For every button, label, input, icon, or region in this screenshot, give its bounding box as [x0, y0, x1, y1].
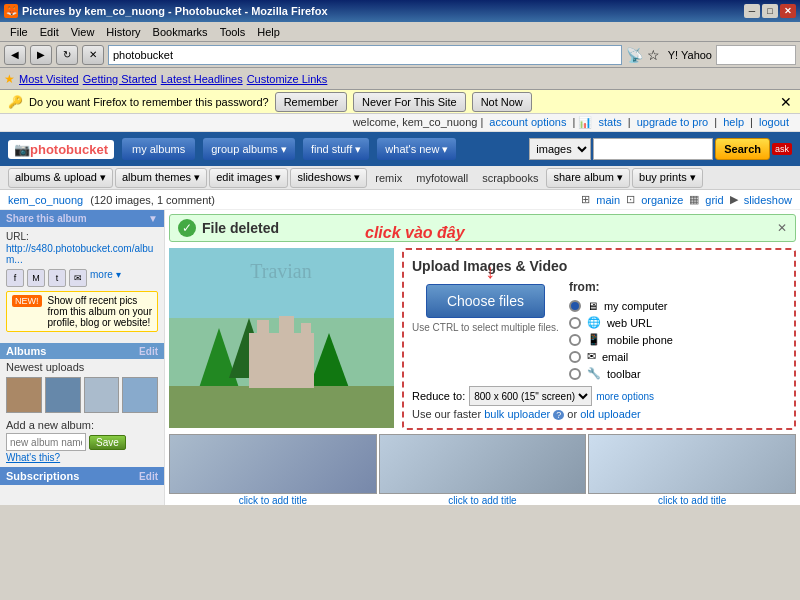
share-album-collapse-icon[interactable]: ▼	[148, 213, 158, 224]
radio-mobile[interactable]	[569, 334, 581, 346]
or-text: or	[567, 408, 580, 420]
passbar-close-icon[interactable]: ✕	[780, 94, 792, 110]
bookmark-getting-started[interactable]: Getting Started	[83, 73, 157, 85]
save-album-button[interactable]: Save	[89, 435, 126, 450]
radio-computer[interactable]	[569, 300, 581, 312]
bookmark-star-icon[interactable]: ☆	[647, 47, 660, 63]
thumb-caption-3[interactable]: click to add title	[588, 495, 796, 505]
address-input[interactable]	[108, 45, 622, 65]
grid-view-link[interactable]: grid	[705, 194, 723, 206]
bottom-thumb-3: click to add title edit | move | share |…	[588, 434, 796, 505]
thumb-img-3[interactable]	[588, 434, 796, 494]
find-stuff-button[interactable]: find stuff ▾	[303, 138, 369, 160]
albums-edit-link[interactable]: Edit	[139, 346, 158, 357]
toolbar-search-input[interactable]	[716, 45, 796, 65]
thumb-caption-2[interactable]: click to add title	[379, 495, 587, 505]
not-now-button[interactable]: Not Now	[472, 92, 532, 112]
thumb-caption-1[interactable]: click to add title	[169, 495, 377, 505]
menu-view[interactable]: View	[65, 24, 101, 40]
close-button[interactable]: ✕	[780, 4, 796, 18]
remix-link[interactable]: remix	[369, 171, 408, 185]
account-options-link[interactable]: account options	[489, 116, 566, 128]
mobile-label[interactable]: mobile phone	[607, 334, 673, 346]
facebook-icon[interactable]: f	[6, 269, 24, 287]
slideshow-view-link[interactable]: slideshow	[744, 194, 792, 206]
maximize-button[interactable]: □	[762, 4, 778, 18]
scrapbooks-link[interactable]: scrapbooks	[476, 171, 544, 185]
pb-logo[interactable]: 📷photobucket	[8, 140, 114, 159]
more-share-link[interactable]: more ▾	[90, 269, 121, 287]
menu-help[interactable]: Help	[251, 24, 286, 40]
album-themes-button[interactable]: album themes ▾	[115, 168, 207, 188]
ctrl-hint-text: Use CTRL to select multiple files.	[412, 322, 559, 333]
whats-new-button[interactable]: what's new ▾	[377, 138, 456, 160]
never-remember-button[interactable]: Never For This Site	[353, 92, 466, 112]
bulk-uploader-link[interactable]: bulk uploader	[484, 408, 550, 420]
thumb-img-1[interactable]	[169, 434, 377, 494]
subscriptions-edit-link[interactable]: Edit	[139, 471, 158, 482]
radio-toolbar[interactable]	[569, 368, 581, 380]
upgrade-link[interactable]: upgrade to pro	[637, 116, 709, 128]
email-share-icon[interactable]: ✉	[69, 269, 87, 287]
more-options-link[interactable]: more options	[596, 391, 654, 402]
thumb-1[interactable]	[6, 377, 42, 413]
add-album-label: Add a new album:	[6, 419, 158, 431]
slideshows-button[interactable]: slideshows ▾	[290, 168, 367, 188]
breadcrumb-username[interactable]: kem_co_nuong	[8, 194, 83, 206]
radio-email[interactable]	[569, 351, 581, 363]
minimize-button[interactable]: ─	[744, 4, 760, 18]
albums-upload-button[interactable]: albums & upload ▾	[8, 168, 113, 188]
whats-this-link[interactable]: What's this?	[6, 452, 60, 463]
thumb-4[interactable]	[122, 377, 158, 413]
album-thumbnail-big[interactable]: Travian	[169, 248, 394, 428]
search-type-select[interactable]: images	[529, 138, 591, 160]
twitter-icon[interactable]: t	[48, 269, 66, 287]
organize-view-link[interactable]: organize	[641, 194, 683, 206]
forward-button[interactable]: ▶	[30, 45, 52, 65]
menu-edit[interactable]: Edit	[34, 24, 65, 40]
web-icon: 🌐	[587, 316, 601, 329]
thumb-2[interactable]	[45, 377, 81, 413]
back-button[interactable]: ◀	[4, 45, 26, 65]
album-url[interactable]: http://s480.photobucket.com/album...	[6, 243, 158, 265]
my-albums-button[interactable]: my albums	[122, 138, 195, 160]
search-button[interactable]: Search	[715, 138, 770, 160]
menu-history[interactable]: History	[100, 24, 146, 40]
group-albums-button[interactable]: group albums ▾	[203, 138, 295, 160]
radio-url[interactable]	[569, 317, 581, 329]
menu-tools[interactable]: Tools	[214, 24, 252, 40]
url-label[interactable]: web URL	[607, 317, 652, 329]
myfotowall-link[interactable]: myfotowall	[410, 171, 474, 185]
email-from-label[interactable]: email	[602, 351, 628, 363]
refresh-button[interactable]: ↻	[56, 45, 78, 65]
buy-prints-button[interactable]: buy prints ▾	[632, 168, 703, 188]
stop-button[interactable]: ✕	[82, 45, 104, 65]
help-link[interactable]: help	[723, 116, 744, 128]
thumb-3[interactable]	[84, 377, 120, 413]
reduce-select[interactable]: 800 x 600 (15" screen)	[469, 386, 592, 406]
bookmark-latest-headlines[interactable]: Latest Headlines	[161, 73, 243, 85]
remember-password-button[interactable]: Remember	[275, 92, 347, 112]
menu-file[interactable]: File	[4, 24, 34, 40]
edit-images-button[interactable]: edit images ▾	[209, 168, 288, 188]
old-uploader-link[interactable]: old uploader	[580, 408, 641, 420]
bookmark-customize-links[interactable]: Customize Links	[247, 73, 328, 85]
pb-subnav: albums & upload ▾ album themes ▾ edit im…	[0, 166, 800, 190]
thumb-img-2[interactable]	[379, 434, 587, 494]
bookmark-most-visited[interactable]: Most Visited	[19, 73, 79, 85]
computer-label[interactable]: my computer	[604, 300, 668, 312]
toolbar-label[interactable]: toolbar	[607, 368, 641, 380]
stats-link[interactable]: stats	[598, 116, 621, 128]
new-album-name-input[interactable]	[6, 433, 86, 451]
logout-link[interactable]: logout	[759, 116, 789, 128]
menu-bookmarks[interactable]: Bookmarks	[147, 24, 214, 40]
myspace-icon[interactable]: M	[27, 269, 45, 287]
breadcrumb-stats: (120 images, 1 comment)	[90, 194, 215, 206]
choose-files-button[interactable]: Choose files	[426, 284, 545, 318]
search-input[interactable]	[593, 138, 713, 160]
firefox-icon: 🦊	[4, 4, 18, 18]
file-deleted-close-icon[interactable]: ✕	[777, 221, 787, 235]
from-options-list: 🖥 my computer 🌐 web URL	[569, 300, 673, 380]
main-view-link[interactable]: main	[596, 194, 620, 206]
share-album-button[interactable]: share album ▾	[546, 168, 630, 188]
